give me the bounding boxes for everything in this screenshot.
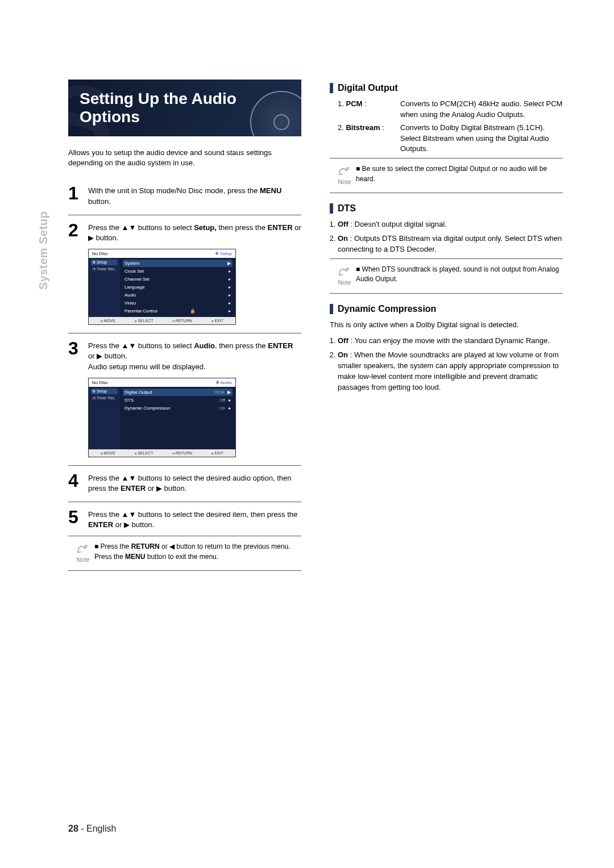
- list-item: On : Outputs DTS Bitstream via digital o…: [338, 233, 563, 255]
- bold-text: Audio: [194, 341, 215, 350]
- intro-text: Allows you to setup the audio device and…: [68, 148, 301, 168]
- text: Press the: [94, 553, 125, 561]
- step-number: 1: [68, 184, 85, 202]
- heading-text: Dynamic Compression: [338, 304, 436, 314]
- text: or ◀ button to return to the previous me…: [160, 542, 291, 550]
- definition-text: Converts to PCM(2CH) 48kHz audio. Select…: [400, 99, 563, 120]
- divider: [68, 215, 301, 215]
- text: Press the ▲▼ buttons to select the desir…: [88, 510, 297, 519]
- osd-side-timer: ◔ Timer Rec.: [91, 395, 118, 401]
- osd-status: No Disc: [92, 380, 108, 385]
- dyn-intro: This is only active when a Dolby Digital…: [330, 320, 563, 331]
- osd-row: Digital Output: PCM▶: [123, 389, 233, 396]
- bold-text: MENU: [260, 186, 281, 195]
- bold-text: Setup,: [194, 223, 217, 232]
- osd-foot-return: RETURN: [173, 319, 192, 323]
- text: then press the: [217, 223, 268, 232]
- list-item: Off : Doesn't output digital signal.: [338, 219, 563, 230]
- text: or ▶ button.: [146, 484, 186, 493]
- page-footer: 28 - English: [68, 824, 117, 834]
- disc-icon: [250, 91, 301, 136]
- osd-row: Clock Set▸: [123, 268, 233, 275]
- list-item: 1. PCM : Converts to PCM(2CH) 48kHz audi…: [338, 99, 563, 120]
- osd-foot-exit: EXIT: [211, 451, 223, 455]
- text: Press the ▲▼ buttons to select: [88, 223, 194, 232]
- note-box: Note When DTS soundtrack is played, soun…: [330, 258, 563, 294]
- divider: [68, 502, 301, 502]
- text: button.: [88, 197, 111, 206]
- note-text: Be sure to select the correct Digital Ou…: [356, 164, 559, 184]
- step-subtext: Audio setup menu will be displayed.: [88, 362, 206, 371]
- text: , then press the: [215, 341, 268, 350]
- divider: [68, 333, 301, 333]
- diamond-icon: ❖: [215, 380, 219, 385]
- bold-text: ENTER: [88, 520, 113, 529]
- text: -: [78, 824, 86, 833]
- step-1: 1 With the unit in Stop mode/No Disc mod…: [68, 184, 301, 206]
- osd-foot-select: SELECT: [135, 319, 154, 323]
- heading-bar-icon: [330, 83, 333, 93]
- osd-foot-exit: EXIT: [211, 319, 223, 323]
- bold-text: Bitstream: [346, 123, 380, 132]
- note-label: Note: [76, 556, 89, 563]
- text: Press the ▲▼ buttons to select: [88, 341, 194, 350]
- osd-row: System▶: [123, 260, 233, 267]
- osd-side-timer: ◔ Timer Rec.: [91, 266, 118, 272]
- bold-text: RETURN: [131, 542, 160, 550]
- text: With the unit in Stop mode/No Disc mode,…: [88, 186, 260, 195]
- note-box: Note Press the RETURN or ◀ button to ret…: [68, 536, 301, 571]
- osd-row: DTS: Off▸: [123, 397, 233, 404]
- heading-text: DTS: [338, 203, 356, 214]
- text: or ▶ button.: [113, 520, 154, 529]
- bold-text: On: [338, 234, 348, 243]
- note-label: Note: [338, 279, 351, 286]
- osd-screenshot-setup: No Disc ❖ Setup ⚙ Setup ◔ Timer Rec. Sys…: [88, 249, 236, 325]
- step-5: 5 Press the ▲▼ buttons to select the des…: [68, 508, 301, 530]
- step-number: 4: [68, 471, 85, 490]
- bold-text: ENTER: [121, 484, 146, 493]
- text: : Outputs DTS Bitstream via digital outp…: [338, 234, 562, 253]
- section-tab: System Setup: [37, 211, 50, 290]
- heading-bar-icon: [330, 203, 333, 214]
- list-item: Off : You can enjoy the movie with the s…: [338, 336, 563, 347]
- definition-text: Converts to Dolby Digital Bitstream (5.1…: [400, 123, 563, 155]
- text: 1.: [338, 99, 344, 108]
- heading-digital-output: Digital Output: [330, 83, 563, 93]
- step-3: 3 Press the ▲▼ buttons to select Audio, …: [68, 339, 301, 372]
- osd-crumb: Audio: [221, 380, 232, 385]
- text: Press the ▲▼ buttons to select the desir…: [88, 474, 291, 493]
- heading-text: Digital Output: [338, 83, 398, 93]
- osd-row: Channel Set▸: [123, 276, 233, 283]
- divider: [68, 465, 301, 466]
- note-icon: [338, 164, 351, 177]
- note-icon: [338, 265, 351, 277]
- note-text: When DTS soundtrack is played, sound is …: [356, 265, 559, 285]
- text: or ▶ button.: [88, 352, 127, 360]
- step-4: 4 Press the ▲▼ buttons to select the des…: [68, 471, 301, 494]
- osd-status: No Disc: [92, 251, 108, 256]
- osd-foot-move: MOVE: [101, 451, 115, 455]
- osd-foot-move: MOVE: [101, 319, 115, 323]
- step-number: 3: [68, 339, 85, 357]
- osd-row: Dynamic Compression: On▸: [123, 404, 233, 412]
- lock-icon: 🔒: [190, 308, 196, 314]
- text: button to exit the menu.: [145, 553, 218, 561]
- list-item: On : When the Movie soundtracks are play…: [338, 350, 563, 393]
- osd-row: Parental Control🔒▸: [123, 307, 233, 315]
- diamond-icon: ❖: [215, 251, 219, 256]
- osd-side-setup: ⚙ Setup: [91, 389, 118, 394]
- osd-side-setup: ⚙ Setup: [91, 260, 118, 265]
- heading-bar-icon: [330, 304, 333, 314]
- osd-row: Video▸: [123, 299, 233, 307]
- bold-text: ENTER: [268, 223, 293, 232]
- page-number: 28: [68, 824, 78, 833]
- osd-foot-return: RETURN: [173, 451, 192, 455]
- text: 2.: [338, 123, 344, 132]
- text: :: [362, 99, 366, 108]
- step-2: 2 Press the ▲▼ buttons to select Setup, …: [68, 221, 301, 243]
- step-number: 5: [68, 508, 85, 526]
- page-title-box: S Setting Up the Audio Options: [68, 80, 301, 136]
- bold-text: On: [338, 350, 348, 359]
- bold-text: Off: [338, 336, 349, 345]
- bold-text: PCM: [346, 99, 362, 108]
